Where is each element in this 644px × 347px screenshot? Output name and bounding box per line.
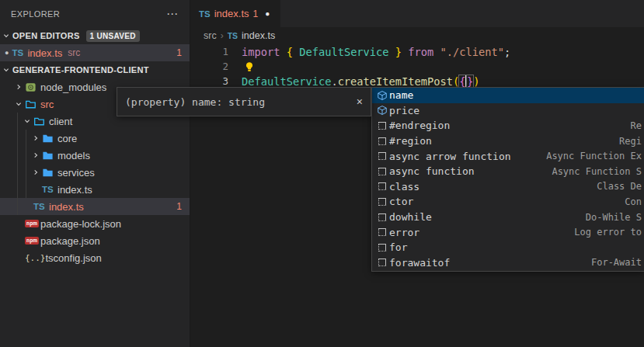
tree-item-label: services [57,167,95,179]
chevron-down-icon [1,30,12,41]
breadcrumb-folder[interactable]: src [204,30,217,41]
suggest-label: for [389,241,407,253]
suggest-label: dowhile [389,211,432,223]
suggest-widget: nameprice#endregionRe#regionRegiasync ar… [371,87,644,272]
suggest-item-name[interactable]: name [372,88,644,103]
snippet-icon [378,137,386,145]
tree-item-label: client [49,116,72,127]
breadcrumb-file[interactable]: index.ts [242,30,275,41]
hover-text: (property) name: string [125,96,265,108]
suggest-detail: For-Await [591,257,644,268]
code-area[interactable]: 1import { DefaultService } from "./clien… [191,44,644,88]
chevron-right-icon: › [221,30,224,41]
close-icon[interactable]: × [357,95,363,108]
chevron-down-icon[interactable] [0,64,12,75]
tree-item-tsconfig-json[interactable]: {..}tsconfig.json [0,249,190,266]
code-token: { [287,46,293,58]
ts-icon: TS [199,9,211,19]
tree-item-package-lock-json[interactable]: npmpackage-lock.json [0,215,190,232]
open-editor-item-indexts[interactable]: ● TS index.ts src 1 [0,44,190,61]
code-token [402,46,408,58]
suggest-item-price[interactable]: price [372,103,644,119]
tab-error-count: 1 [253,9,259,19]
folder-icon [42,133,54,144]
code-token: "./client" [440,46,504,58]
folder-icon [42,167,54,179]
suggest-label: error [389,227,419,238]
indent-guide [26,130,26,198]
explorer-sidebar: EXPLORER ⋯ OPEN EDITORS 1 UNSAVED ● TS i… [0,0,190,347]
indent-guide [17,113,18,215]
suggest-label: async function [389,165,475,177]
suggest-item-async-arrow-function[interactable]: async arrow functionAsync Function Ex [372,148,644,164]
tree-item-label: core [57,133,77,144]
tree-item-index-ts[interactable]: TSindex.ts [0,181,190,198]
code-token [293,46,299,58]
code-token: ( [453,75,459,88]
field-icon [377,90,388,101]
ts-icon: TS [33,202,45,211]
suggest-detail: Re [631,120,644,131]
code-token: } [467,75,473,88]
tree-item-services[interactable]: services [0,164,190,181]
code-line-2[interactable]: 2 [191,59,644,74]
chevron-right-icon [30,167,41,178]
ts-icon: TS [228,31,238,40]
open-editor-path: src [68,47,80,58]
snippet-icon [378,168,386,175]
suggest-item-forawaitof[interactable]: forawaitofFor-Await [372,255,644,271]
suggest-item-error[interactable]: errorLog error to [372,224,644,240]
suggest-detail: Log error to [574,227,644,238]
tree-item-label: package.json [40,235,100,247]
snippet-icon [378,228,386,236]
suggest-item-dowhile[interactable]: dowhileDo-While S [372,210,644,225]
code-token: DefaultService [242,75,331,88]
suggest-detail: Do-While S [586,212,644,223]
open-editor-filename: index.ts [27,47,62,59]
suggest-label: class [389,181,419,193]
unsaved-dot-icon[interactable]: ● [265,9,270,18]
section-open-editors[interactable]: OPEN EDITORS 1 UNSAVED [0,27,190,44]
unsaved-badge: 1 UNSAVED [86,30,140,42]
suggest-item-async-function[interactable]: async functionAsync Function S [372,164,644,179]
suggest-item-class[interactable]: classClass De [372,179,644,195]
section-project-root[interactable]: GENERATE-FRONTEND-CLIENT [0,61,190,78]
suggest-detail: Async Function S [552,166,644,177]
tree-item-label: tsconfig.json [46,252,102,264]
code-token: ; [504,46,510,58]
snippet-icon [378,122,386,130]
suggest-label: forawaitof [389,257,450,269]
suggest-item-for[interactable]: for [372,240,644,255]
code-token: import [242,46,280,58]
code-token [280,46,286,58]
suggest-item--region[interactable]: #regionRegi [372,134,644,149]
chevron-down-icon[interactable] [0,30,12,41]
tree-item-models[interactable]: models [0,147,190,164]
code-token [389,46,395,58]
error-count-badge: 1 [176,47,190,58]
tab-indexts[interactable]: TS index.ts 1 ● [191,0,280,27]
suggest-detail: Con [625,196,644,207]
snippet-icon [378,152,386,160]
suggest-detail: Regi [619,136,644,147]
chevron-right-icon [13,82,24,92]
breadcrumb: src › TS index.ts [191,27,644,44]
suggest-item-ctor[interactable]: ctorCon [372,194,644,210]
tree-item-index-ts[interactable]: TSindex.ts1 [0,198,190,215]
code-token: DefaultService [299,46,388,58]
chevron-down-icon [1,64,12,75]
lightbulb-icon[interactable] [244,61,255,72]
line-number: 2 [191,61,228,72]
folder-open-icon [25,99,37,110]
suggest-item--endregion[interactable]: #endregionRe [372,118,644,134]
code-line-1[interactable]: 1import { DefaultService } from "./clien… [191,44,644,59]
chevron-down-icon [13,99,24,109]
tree-item-core[interactable]: core [0,130,190,147]
more-actions-icon[interactable]: ⋯ [166,7,179,21]
tree-item-package-json[interactable]: npmpackage.json [0,232,190,249]
error-count-badge: 1 [176,201,190,212]
code-token [433,46,440,58]
project-root-label: GENERATE-FRONTEND-CLIENT [12,65,149,75]
open-editors-label: OPEN EDITORS [12,31,80,40]
line-number: 1 [191,46,228,57]
